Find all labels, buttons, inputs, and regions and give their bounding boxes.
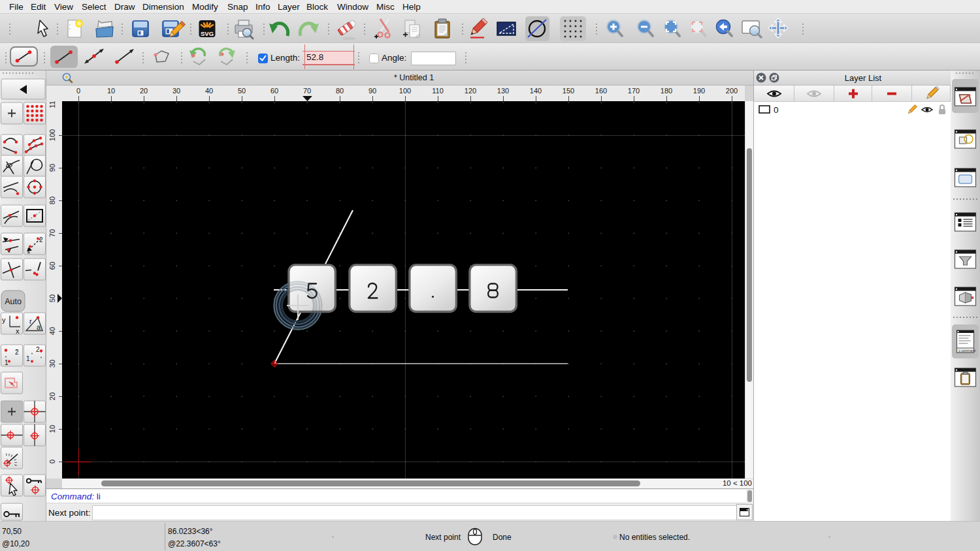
svg-text:100: 100	[48, 129, 56, 141]
svg-text:200: 200	[726, 87, 738, 95]
svg-text:0: 0	[774, 105, 779, 115]
svg-text:40: 40	[205, 87, 213, 95]
svg-text:170: 170	[628, 87, 640, 95]
svg-text:40: 40	[48, 327, 56, 335]
svg-text:180: 180	[661, 87, 672, 95]
svg-text:160: 160	[595, 87, 607, 95]
svg-text:10: 10	[48, 425, 56, 433]
svg-text:SVG: SVG	[201, 30, 214, 37]
svg-text:30: 30	[172, 87, 180, 95]
svg-text:2: 2	[36, 346, 40, 353]
svg-text:30: 30	[48, 360, 56, 368]
svg-text:0: 0	[48, 460, 56, 464]
svg-text:90: 90	[368, 87, 376, 95]
svg-text:x: x	[16, 327, 20, 335]
svg-text:80: 80	[48, 197, 56, 204]
svg-text:100: 100	[399, 87, 411, 95]
svg-text:110: 110	[48, 101, 56, 108]
svg-text:60: 60	[48, 262, 56, 270]
svg-text:130: 130	[497, 87, 509, 95]
svg-text:190: 190	[693, 87, 705, 95]
svg-text:70: 70	[48, 229, 56, 237]
svg-text:a: a	[37, 323, 41, 331]
svg-text:1: 1	[27, 247, 31, 255]
svg-text:120: 120	[465, 87, 476, 95]
svg-text:80: 80	[336, 87, 344, 95]
svg-text:c command: c command	[959, 349, 976, 353]
svg-text:60: 60	[270, 87, 278, 95]
svg-text:110: 110	[432, 87, 444, 95]
svg-text:50: 50	[48, 294, 56, 302]
svg-text:2: 2	[39, 236, 43, 244]
svg-text:50: 50	[238, 87, 246, 95]
svg-text:10: 10	[107, 87, 115, 95]
svg-text:2: 2	[15, 349, 19, 356]
svg-text:140: 140	[530, 87, 542, 95]
svg-text:1: 1	[26, 355, 30, 362]
svg-text:1: 1	[5, 359, 8, 366]
svg-text:20: 20	[48, 392, 56, 400]
svg-text:150: 150	[563, 87, 574, 95]
svg-text:r: r	[29, 317, 32, 325]
svg-text:y: y	[2, 316, 6, 324]
svg-text:0: 0	[76, 87, 80, 95]
svg-text:90: 90	[48, 164, 56, 172]
svg-text:20: 20	[140, 87, 148, 95]
svg-text:70: 70	[303, 87, 311, 95]
svg-text:Auto: Auto	[5, 297, 22, 306]
